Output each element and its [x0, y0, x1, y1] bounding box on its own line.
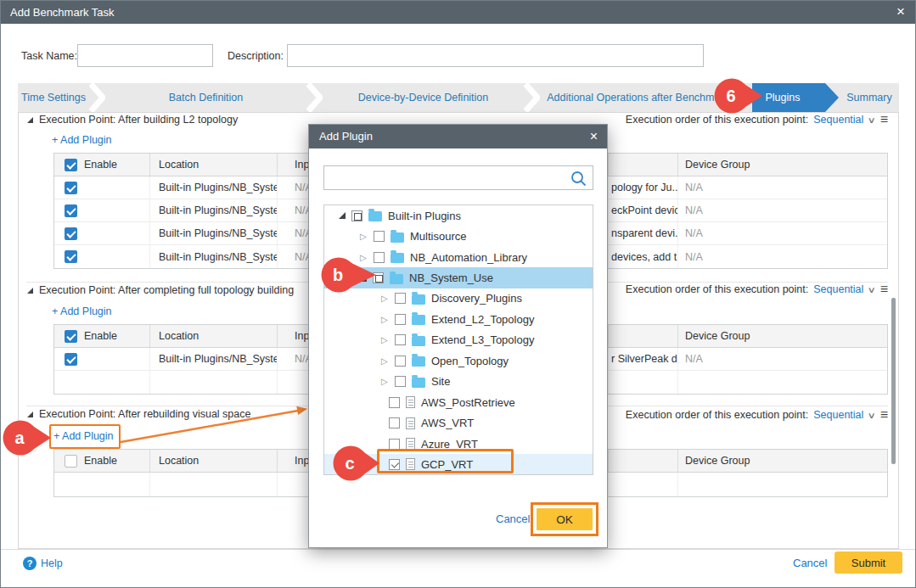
tree-checkbox[interactable] — [395, 293, 406, 304]
device-group-header: Device Group — [678, 325, 887, 347]
help-icon[interactable]: ? — [23, 557, 37, 570]
collapse-icon[interactable] — [27, 288, 33, 294]
section-3-title: Execution Point: After rebuilding visual… — [39, 408, 250, 420]
tree-item-label: AWS_VRT — [421, 417, 474, 429]
plugin-description: nsparent devi... — [609, 222, 678, 244]
tree-item-extend-l3-topology[interactable]: ▷ Extend_L3_Topology — [324, 330, 593, 350]
exec-order-menu-icon[interactable]: ≡ — [880, 284, 888, 294]
tree-checkbox-partial[interactable] — [373, 272, 384, 283]
tree-checkbox-partial[interactable] — [351, 210, 362, 221]
folder-icon — [412, 356, 425, 367]
collapse-icon[interactable] — [27, 117, 33, 123]
collapsed-icon[interactable]: ▷ — [381, 294, 389, 303]
plugin-search-input[interactable] — [323, 165, 593, 190]
tree-checkbox[interactable] — [389, 397, 400, 408]
tree-item-nb-system-use[interactable]: NB_System_Use — [324, 267, 593, 288]
exec-order-menu-icon[interactable]: ≡ — [880, 115, 888, 125]
enable-all-checkbox[interactable] — [65, 455, 77, 468]
help-link[interactable]: Help — [41, 557, 63, 569]
collapsed-icon[interactable]: ▷ — [381, 335, 389, 344]
plugin-location: Built-in Plugins/NB_System_Use/Ext... — [150, 245, 278, 268]
enable-checkbox[interactable] — [65, 227, 77, 240]
tree-item-open-topology[interactable]: ▷ Open_Topology — [324, 350, 593, 371]
document-icon — [406, 438, 415, 450]
folder-icon — [412, 336, 425, 346]
tree-item-site[interactable]: ▷ Site — [324, 372, 593, 392]
description-input[interactable] — [287, 44, 704, 67]
exec-order-menu-icon[interactable]: ≡ — [880, 410, 888, 420]
cancel-link[interactable]: Cancel — [793, 557, 827, 569]
tree-item-nb-automation-library[interactable]: ▷ NB_Automation_Library — [324, 247, 593, 267]
tree-item-extend-l2-topology[interactable]: ▷ Extend_L2_Topology — [324, 309, 593, 329]
tab-additional-operations[interactable]: Additional Operations after Benchmark — [540, 83, 736, 112]
collapsed-icon[interactable]: ▷ — [381, 315, 389, 324]
section-1-header[interactable]: Execution Point: After building L2 topol… — [27, 114, 238, 126]
add-plugin-link-1[interactable]: + Add Plugin — [52, 134, 112, 146]
tab-summary[interactable]: Summary — [840, 83, 899, 112]
tab-device-by-device-definition[interactable]: Device-by-Device Definition — [323, 83, 524, 112]
modal-close-icon[interactable]: × — [590, 125, 598, 148]
chevron-down-icon[interactable]: ∨ — [868, 411, 876, 420]
expanded-icon[interactable] — [339, 212, 346, 219]
tree-checkbox[interactable] — [389, 439, 400, 450]
plugin-location: Built-in Plugins/NB_System_Use/Ext... — [150, 176, 278, 199]
enable-checkbox[interactable] — [65, 182, 77, 194]
collapsed-icon[interactable]: ▷ — [360, 232, 368, 241]
collapse-icon[interactable] — [27, 412, 33, 417]
annotation-box-add-plugin — [49, 424, 121, 449]
tree-checkbox[interactable] — [395, 314, 406, 325]
exec-order-select[interactable]: Sequential — [813, 114, 863, 126]
exec-order-select[interactable]: Sequential — [813, 283, 863, 295]
exec-order-label: Execution order of this execution point: — [626, 409, 808, 421]
enable-all-checkbox[interactable] — [65, 159, 77, 171]
tree-checkbox[interactable] — [389, 417, 400, 428]
task-name-input[interactable] — [77, 44, 213, 67]
modal-cancel-link[interactable]: Cancel — [496, 512, 530, 525]
collapsed-icon[interactable]: ▷ — [360, 253, 368, 262]
tab-time-settings[interactable]: Time Settings — [18, 83, 89, 112]
enable-all-checkbox[interactable] — [65, 330, 77, 343]
tree-item-aws-postretrieve[interactable]: AWS_PostRetrieve — [324, 392, 593, 412]
tree-item-label: NB_System_Use — [409, 272, 493, 284]
submit-button[interactable]: Submit — [835, 552, 902, 574]
exec-order-label: Execution order of this execution point: — [626, 283, 808, 295]
tree-item-label: Site — [431, 375, 450, 388]
footer-divider — [1, 549, 916, 550]
collapsed-icon[interactable]: ▷ — [381, 377, 389, 386]
enable-checkbox[interactable] — [65, 204, 77, 217]
enable-checkbox[interactable] — [65, 353, 77, 366]
chevron-down-icon[interactable]: ∨ — [868, 285, 876, 294]
plugin-location: Built-in Plugins/NB_System_Use/Ext... — [150, 348, 278, 370]
device-group-header: Device Group — [678, 154, 887, 176]
tree-checkbox[interactable] — [374, 231, 385, 242]
tree-checkbox[interactable] — [395, 334, 406, 345]
folder-icon — [368, 211, 382, 221]
collapsed-icon[interactable]: ▷ — [381, 356, 389, 366]
add-plugin-link-2[interactable]: + Add Plugin — [52, 305, 112, 317]
tree-checkbox[interactable] — [374, 252, 385, 263]
section-3-header[interactable]: Execution Point: After rebuilding visual… — [27, 408, 250, 420]
enable-checkbox[interactable] — [65, 250, 77, 263]
folder-icon — [412, 378, 425, 388]
tree-item-label: Open_Topology — [431, 355, 509, 367]
close-icon[interactable]: × — [896, 1, 905, 23]
tree-checkbox[interactable] — [395, 376, 406, 387]
section-2-header[interactable]: Execution Point: After completing full t… — [27, 284, 294, 296]
tab-chevron-icon — [89, 83, 105, 112]
section-2-title: Execution Point: After completing full t… — [39, 284, 294, 296]
tree-item-discovery-plugins[interactable]: ▷ Discovery_Plugins — [324, 288, 593, 309]
tab-plugins[interactable]: Plugins — [752, 83, 813, 112]
section-2-exec-order: Execution order of this execution point:… — [595, 283, 888, 295]
expanded-icon[interactable] — [360, 275, 367, 282]
tree-item-multisource[interactable]: ▷ Multisource — [324, 226, 593, 246]
tree-item-aws-vrt[interactable]: AWS_VRT — [324, 412, 593, 433]
tree-checkbox[interactable] — [395, 356, 406, 367]
tab-chevron-icon — [524, 83, 540, 112]
chevron-down-icon[interactable]: ∨ — [868, 115, 876, 125]
vertical-scrollbar[interactable] — [891, 298, 896, 464]
search-icon[interactable] — [570, 171, 587, 187]
exec-order-select[interactable]: Sequential — [813, 409, 863, 421]
tree-item-built-in-plugins[interactable]: Built-in Plugins — [324, 205, 593, 226]
tab-batch-definition[interactable]: Batch Definition — [105, 83, 306, 112]
modal-titlebar: Add Plugin × — [309, 125, 607, 148]
